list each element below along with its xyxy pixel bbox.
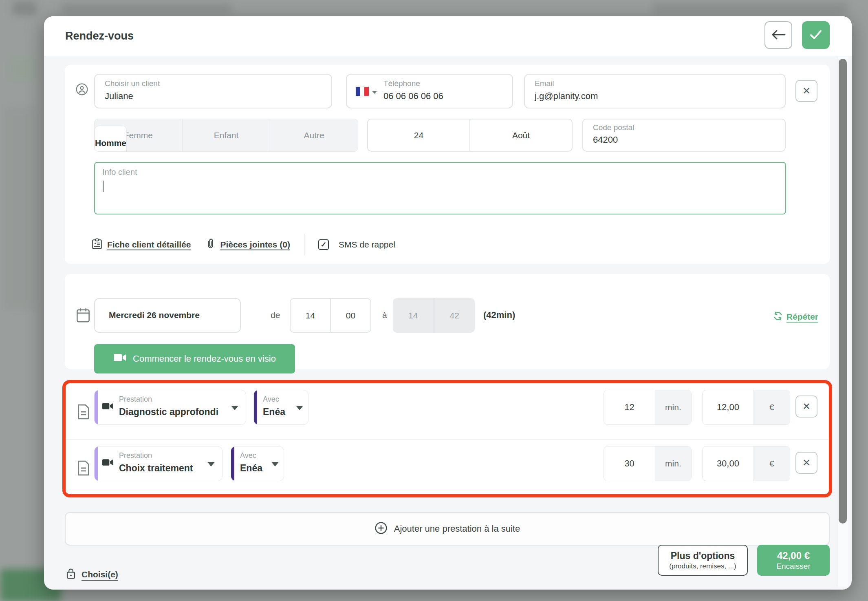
staff-label: Avec [263,395,279,404]
phone-label: Téléphone [383,79,420,88]
duration-group: 12 min. [604,390,692,425]
add-prestation-button[interactable]: Ajouter une prestation à la suite [65,512,830,546]
postal-code-value: 64200 [593,135,618,145]
document-icon [77,404,90,422]
document-icon [77,460,90,478]
from-label: de [271,310,280,320]
staff-label: Avec [240,451,256,460]
client-section: Choisir un client Juliane Téléphone 06 0… [65,65,830,264]
staff-accent-bar [231,446,234,481]
phone-value: 06 06 06 06 06 [383,91,443,102]
end-hour-field: 14 [393,298,434,333]
video-camera-icon [102,402,113,412]
sms-reminder-toggle[interactable]: ✓ SMS de rappel [318,239,395,250]
prestation-value: Choix traitement [119,463,193,474]
tab-homme[interactable]: Homme [95,126,127,152]
client-name-field[interactable]: Choisir un client Juliane [94,74,332,108]
prestation-row: Prestation Diagnostic approfondi Avec En… [66,383,829,439]
gender-tabs: Femme Homme Enfant Autre [94,119,358,152]
backdrop-nav-hint [652,2,848,14]
person-icon [75,83,88,97]
start-minute-field[interactable]: 00 [330,299,370,332]
repeat-icon [773,311,783,323]
price-input[interactable]: 30,00 [703,446,753,481]
client-info-label: Info client [102,168,137,177]
close-icon: ✕ [802,401,811,412]
price-group: 30,00 € [702,446,790,481]
client-info-textarea[interactable]: Info client [94,162,786,214]
calendar-icon [76,307,90,325]
repeat-link[interactable]: Répéter [773,311,818,323]
schedule-section: Mercredi 26 novembre de 14 00 à 14 42 (4… [65,274,830,369]
staff-select[interactable]: Avec Enéa [231,446,284,481]
start-time-fields: 14 00 [290,298,371,333]
duration-unit: min. [655,390,691,424]
total-amount: 42,00 € [777,550,810,561]
attachments-link[interactable]: Pièces jointes (0) [205,238,290,251]
prestation-select[interactable]: Prestation Diagnostic approfondi [94,390,246,425]
backdrop-logo-hint [12,2,37,15]
video-camera-icon [113,353,126,365]
more-options-button[interactable]: Plus d'options (produits, remises, ...) [658,545,748,576]
flag-caret-icon [372,91,377,94]
text-cursor [103,181,104,192]
prestations-highlight: Prestation Diagnostic approfondi Avec En… [62,380,832,497]
clear-client-button[interactable]: ✕ [795,80,817,102]
birth-month-field[interactable]: Août [469,119,572,151]
client-detail-link[interactable]: Fiche client détaillée [92,238,191,251]
chosen-link[interactable]: Choisi(e) [66,568,118,581]
checkout-button[interactable]: 42,00 € Encaisser [757,545,830,576]
france-flag-icon[interactable] [356,87,369,96]
id-card-icon [92,238,102,251]
date-field[interactable]: Mercredi 26 novembre [94,298,241,333]
service-accent-bar [95,446,98,481]
appointment-modal: Rendez-vous Choisir un client J [44,16,852,590]
video-camera-icon [102,459,113,468]
duration-text: (42min) [483,310,515,320]
scrollbar-thumb[interactable] [839,59,847,524]
client-links-row: Fiche client détaillée Pièces jointes (0… [92,235,395,254]
chevron-down-icon [231,406,238,410]
remove-prestation-button[interactable]: ✕ [795,452,817,474]
currency-unit: € [753,390,790,424]
end-time-fields: 14 42 [393,298,475,333]
confirm-button[interactable] [802,21,830,49]
modal-header: Rendez-vous [44,16,852,56]
chevron-down-icon [271,462,279,466]
email-field[interactable]: Email j.g@planity.com [524,74,786,108]
staff-select[interactable]: Avec Enéa [253,390,308,425]
sms-label: SMS de rappel [339,240,395,250]
prestation-row: Prestation Choix traitement Avec Enéa 30… [66,439,829,494]
backdrop-sidebar-hint [4,106,37,310]
back-button[interactable] [764,21,792,49]
tab-autre[interactable]: Autre [270,119,358,151]
lock-icon [66,568,76,581]
modal-title: Rendez-vous [65,30,134,42]
start-video-call-button[interactable]: Commencer le rendez-vous en visio [94,344,295,373]
birthday-fields: 24 Août [367,119,573,152]
tab-enfant[interactable]: Enfant [183,119,271,151]
back-arrow-icon [771,29,786,42]
backdrop-sidebar-hint [7,57,36,82]
date-value: Mercredi 26 novembre [109,310,200,320]
end-minute-field: 42 [434,298,475,333]
duration-input[interactable]: 12 [604,390,655,424]
phone-field[interactable]: Téléphone 06 06 06 06 06 [346,74,513,108]
birth-day-field[interactable]: 24 [368,119,469,151]
duration-input[interactable]: 30 [604,446,655,481]
start-hour-field[interactable]: 14 [291,299,330,332]
price-group: 12,00 € [702,390,790,425]
postal-code-field[interactable]: Code postal 64200 [582,119,786,152]
price-input[interactable]: 12,00 [703,390,753,424]
prestation-select[interactable]: Prestation Choix traitement [94,446,223,481]
close-icon: ✕ [802,457,811,468]
client-name-value: Juliane [105,91,133,102]
currency-unit: € [753,446,790,481]
remove-prestation-button[interactable]: ✕ [795,396,817,418]
vertical-divider [304,234,304,255]
chevron-down-icon [296,406,303,410]
prestation-label: Prestation [119,395,152,404]
duration-group: 30 min. [604,446,692,481]
sms-checkbox[interactable]: ✓ [318,239,329,250]
staff-accent-bar [254,390,257,424]
